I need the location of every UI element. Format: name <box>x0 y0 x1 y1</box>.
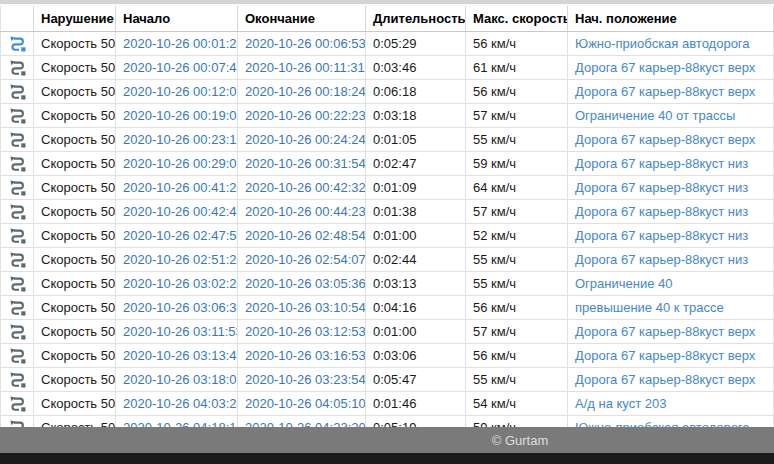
begin-time-cell[interactable]: 2020-10-26 00:12:06 <box>116 79 238 103</box>
location-cell[interactable]: Дорога 67 карьер-88куст верх <box>568 343 774 367</box>
track-route-icon[interactable] <box>9 179 26 196</box>
violation-cell: Скорость 50 <box>34 319 116 343</box>
end-time-cell[interactable]: 2020-10-26 00:11:31 <box>238 55 366 79</box>
end-time-cell[interactable]: 2020-10-26 00:22:23 <box>238 103 366 127</box>
table-row[interactable]: Скорость 502020-10-26 03:06:382020-10-26… <box>1 295 774 319</box>
track-route-icon[interactable] <box>9 227 26 244</box>
table-row[interactable]: Скорость 502020-10-26 00:01:242020-10-26… <box>1 31 774 55</box>
location-cell[interactable]: Дорога 67 карьер-88куст верх <box>568 127 774 151</box>
table-row[interactable]: Скорость 502020-10-26 04:03:242020-10-26… <box>1 391 774 415</box>
begin-time-cell[interactable]: 2020-10-26 03:13:47 <box>116 343 238 367</box>
track-icon-cell[interactable] <box>1 79 34 103</box>
max-speed-cell: 55 км/ч <box>466 247 568 271</box>
track-icon-cell[interactable] <box>1 391 34 415</box>
location-cell[interactable]: Дорога 67 карьер-88куст низ <box>568 247 774 271</box>
end-time-cell[interactable]: 2020-10-26 03:16:53 <box>238 343 366 367</box>
begin-time-cell[interactable]: 2020-10-26 03:06:38 <box>116 295 238 319</box>
begin-time-cell[interactable]: 2020-10-26 02:47:54 <box>116 223 238 247</box>
table-row[interactable]: Скорость 502020-10-26 03:11:532020-10-26… <box>1 319 774 343</box>
table-row[interactable]: Скорость 502020-10-26 03:18:072020-10-26… <box>1 367 774 391</box>
track-icon-cell[interactable] <box>1 271 34 295</box>
end-time-cell[interactable]: 2020-10-26 00:42:32 <box>238 175 366 199</box>
track-icon-cell[interactable] <box>1 247 34 271</box>
track-route-icon[interactable] <box>9 83 26 100</box>
track-route-icon[interactable] <box>9 107 26 124</box>
violation-cell: Скорость 50 <box>34 295 116 319</box>
end-time-cell[interactable]: 2020-10-26 03:12:53 <box>238 319 366 343</box>
table-row[interactable]: Скорость 502020-10-26 00:29:072020-10-26… <box>1 151 774 175</box>
location-cell[interactable]: Дорога 67 карьер-88куст низ <box>568 223 774 247</box>
track-icon-cell[interactable] <box>1 199 34 223</box>
track-route-icon[interactable] <box>9 371 26 388</box>
track-route-icon[interactable] <box>9 395 26 412</box>
location-cell[interactable]: Дорога 67 карьер-88куст верх <box>568 367 774 391</box>
end-time-cell[interactable]: 2020-10-26 03:10:54 <box>238 295 366 319</box>
begin-time-cell[interactable]: 2020-10-26 00:01:24 <box>116 31 238 55</box>
location-cell[interactable]: Южно-приобская автодорога <box>568 31 774 55</box>
begin-time-cell[interactable]: 2020-10-26 00:41:23 <box>116 175 238 199</box>
table-row[interactable]: Скорость 502020-10-26 03:02:232020-10-26… <box>1 271 774 295</box>
begin-time-cell[interactable]: 2020-10-26 00:23:19 <box>116 127 238 151</box>
table-row[interactable]: Скорость 502020-10-26 00:19:052020-10-26… <box>1 103 774 127</box>
begin-time-cell[interactable]: 2020-10-26 00:29:07 <box>116 151 238 175</box>
track-icon-cell[interactable] <box>1 151 34 175</box>
begin-time-cell[interactable]: 2020-10-26 00:42:45 <box>116 199 238 223</box>
table-row[interactable]: Скорость 502020-10-26 02:47:542020-10-26… <box>1 223 774 247</box>
track-icon-cell[interactable] <box>1 31 34 55</box>
location-cell[interactable]: Дорога 67 карьер-88куст верх <box>568 55 774 79</box>
track-route-icon[interactable] <box>9 251 26 268</box>
track-route-icon[interactable] <box>9 203 26 220</box>
end-time-cell[interactable]: 2020-10-26 02:54:07 <box>238 247 366 271</box>
location-cell[interactable]: Дорога 67 карьер-88куст низ <box>568 151 774 175</box>
track-route-icon[interactable] <box>9 155 26 172</box>
end-time-cell[interactable]: 2020-10-26 03:23:54 <box>238 367 366 391</box>
begin-time-cell[interactable]: 2020-10-26 03:18:07 <box>116 367 238 391</box>
end-time-cell[interactable]: 2020-10-26 00:18:24 <box>238 79 366 103</box>
end-time-cell[interactable]: 2020-10-26 02:48:54 <box>238 223 366 247</box>
track-icon-cell[interactable] <box>1 367 34 391</box>
track-icon-cell[interactable] <box>1 103 34 127</box>
table-row[interactable]: Скорость 502020-10-26 03:13:472020-10-26… <box>1 343 774 367</box>
table-row[interactable]: Скорость 502020-10-26 00:07:452020-10-26… <box>1 55 774 79</box>
track-icon-cell[interactable] <box>1 343 34 367</box>
location-cell[interactable]: Дорога 67 карьер-88куст верх <box>568 319 774 343</box>
begin-time-cell[interactable]: 2020-10-26 04:03:24 <box>116 391 238 415</box>
location-cell[interactable]: Дорога 67 карьер-88куст низ <box>568 175 774 199</box>
track-icon-cell[interactable] <box>1 127 34 151</box>
track-route-icon[interactable] <box>9 323 26 340</box>
track-icon-cell[interactable] <box>1 175 34 199</box>
table-row[interactable]: Скорость 502020-10-26 02:51:232020-10-26… <box>1 247 774 271</box>
table-row[interactable]: Скорость 502020-10-26 00:42:452020-10-26… <box>1 199 774 223</box>
begin-time-cell[interactable]: 2020-10-26 02:51:23 <box>116 247 238 271</box>
begin-time-cell[interactable]: 2020-10-26 00:07:45 <box>116 55 238 79</box>
track-route-icon[interactable] <box>9 275 26 292</box>
track-route-icon[interactable] <box>9 347 26 364</box>
location-cell[interactable]: Дорога 67 карьер-88куст низ <box>568 199 774 223</box>
table-row[interactable]: Скорость 502020-10-26 00:41:232020-10-26… <box>1 175 774 199</box>
end-time-cell[interactable]: 2020-10-26 00:44:23 <box>238 199 366 223</box>
location-cell[interactable]: превышение 40 к трассе <box>568 295 774 319</box>
track-icon-cell[interactable] <box>1 55 34 79</box>
end-time-cell[interactable]: 2020-10-26 00:06:53 <box>238 31 366 55</box>
begin-time-cell[interactable]: 2020-10-26 00:19:05 <box>116 103 238 127</box>
begin-time-cell[interactable]: 2020-10-26 03:02:23 <box>116 271 238 295</box>
location-cell[interactable]: А/д на куст 203 <box>568 391 774 415</box>
end-time-cell[interactable]: 2020-10-26 03:05:36 <box>238 271 366 295</box>
location-cell[interactable]: Дорога 67 карьер-88куст верх <box>568 79 774 103</box>
track-route-icon[interactable] <box>9 35 26 52</box>
track-icon-cell[interactable] <box>1 319 34 343</box>
track-icon-cell[interactable] <box>1 223 34 247</box>
location-cell[interactable]: Ограничение 40 от трассы <box>568 103 774 127</box>
track-route-icon[interactable] <box>9 299 26 316</box>
end-time-cell[interactable]: 2020-10-26 04:05:10 <box>238 391 366 415</box>
track-route-icon[interactable] <box>9 131 26 148</box>
table-row[interactable]: Скорость 502020-10-26 00:12:062020-10-26… <box>1 79 774 103</box>
track-icon-cell[interactable] <box>1 295 34 319</box>
violations-report-view: Нарушение Начало Окончание Длительность … <box>0 0 774 440</box>
end-time-cell[interactable]: 2020-10-26 00:31:54 <box>238 151 366 175</box>
table-row[interactable]: Скорость 502020-10-26 00:23:192020-10-26… <box>1 127 774 151</box>
track-route-icon[interactable] <box>9 59 26 76</box>
begin-time-cell[interactable]: 2020-10-26 03:11:53 <box>116 319 238 343</box>
end-time-cell[interactable]: 2020-10-26 00:24:24 <box>238 127 366 151</box>
location-cell[interactable]: Ограничение 40 <box>568 271 774 295</box>
